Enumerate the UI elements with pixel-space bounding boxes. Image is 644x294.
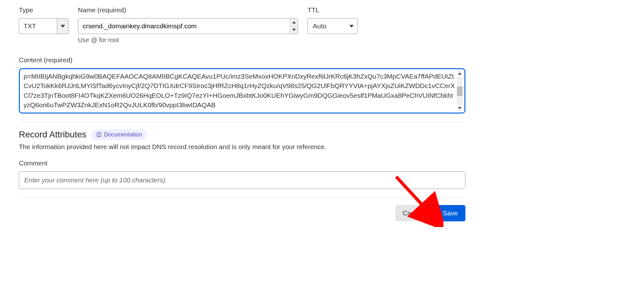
- documentation-label: Documentation: [104, 131, 142, 138]
- name-helper: Use @ for root: [78, 36, 298, 44]
- content-scrollbar[interactable]: [456, 70, 463, 111]
- name-label: Name (required): [78, 6, 298, 14]
- comment-input[interactable]: [19, 171, 465, 189]
- content-value: p=MIIBIjANBgkqhkiG9w0BAQEFAAOCAQ8AMIIBCg…: [24, 73, 455, 108]
- documentation-link[interactable]: Documentation: [92, 130, 147, 140]
- arrow-up-icon: [292, 21, 296, 24]
- chevron-down-icon: [349, 25, 354, 28]
- type-label: Type: [19, 6, 69, 14]
- content-textarea[interactable]: p=MIIBIjANBgkqhkiG9w0BAQEFAAOCAQ8AMIIBCg…: [19, 68, 465, 114]
- section-divider: [19, 122, 465, 123]
- type-select-button[interactable]: [57, 19, 68, 34]
- name-input[interactable]: [78, 19, 290, 34]
- arrow-down-icon: [292, 29, 296, 31]
- cancel-button[interactable]: Cancel: [395, 205, 431, 221]
- arrow-up-icon: [458, 72, 462, 75]
- type-select[interactable]: TXT: [19, 18, 69, 34]
- scrollbar-thumb[interactable]: [457, 86, 463, 96]
- ttl-select[interactable]: Auto: [308, 18, 358, 34]
- book-icon: [97, 132, 102, 137]
- record-attributes-title: Record Attributes: [19, 130, 86, 140]
- record-attributes-description: The information provided here will not i…: [19, 143, 465, 151]
- chevron-down-icon: [61, 25, 65, 28]
- content-label: Content (required): [19, 56, 465, 64]
- section-divider: [19, 198, 465, 198]
- name-input-spinner[interactable]: [290, 19, 298, 34]
- ttl-label: TTL: [308, 6, 358, 14]
- arrow-down-icon: [458, 107, 462, 109]
- comment-label: Comment: [19, 159, 465, 167]
- ttl-select-value: Auto: [313, 22, 326, 30]
- type-select-value: TXT: [19, 19, 57, 34]
- save-button[interactable]: Save: [435, 205, 465, 221]
